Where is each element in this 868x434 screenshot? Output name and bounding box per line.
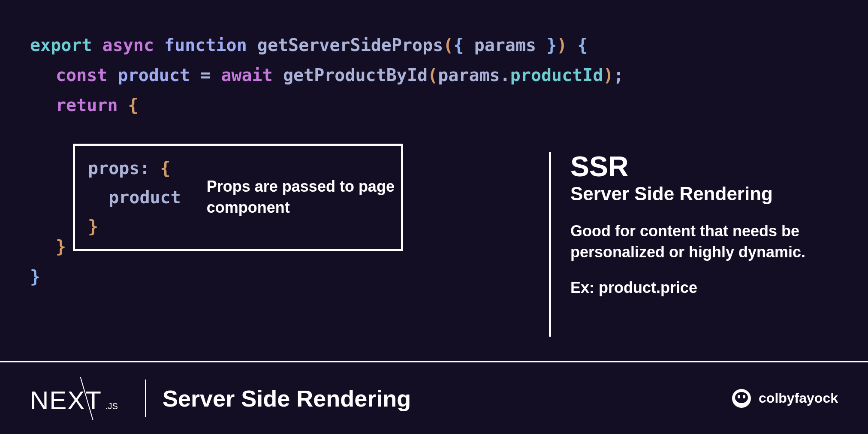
code-line-1: export async function getServerSideProps… <box>30 30 838 60</box>
keyword-const: const <box>56 65 107 85</box>
svg-text:NEXT: NEXT <box>30 386 102 415</box>
fn-body-open: { <box>578 35 588 55</box>
ssr-sidebar: SSR Server Side Rendering Good for conte… <box>549 152 845 337</box>
code-line-2: const product = await getProductById(par… <box>30 60 838 90</box>
props-line-3: } <box>88 212 181 241</box>
keyword-export: export <box>30 35 92 55</box>
return-brace-open: { <box>128 95 139 115</box>
footer: NEXT .JS Server Side Rendering colbyfayo… <box>0 361 868 434</box>
keyword-return: return <box>56 95 118 115</box>
ssr-subheading: Server Side Rendering <box>570 183 845 205</box>
keyword-function: function <box>164 35 247 55</box>
function-name: getServerSideProps <box>257 35 443 55</box>
props-brace-open: { <box>160 158 171 178</box>
ssr-description: Good for content that needs be personali… <box>570 221 845 262</box>
svg-text:.JS: .JS <box>105 401 118 411</box>
ssr-heading: SSR <box>570 152 845 181</box>
svg-point-6 <box>743 395 745 398</box>
nextjs-logo: NEXT .JS <box>30 377 129 420</box>
return-brace-close: } <box>56 237 66 256</box>
props-value: product <box>108 187 181 207</box>
props-key: props <box>88 158 139 178</box>
svg-point-4 <box>735 392 748 403</box>
brace-open: { <box>453 35 464 55</box>
brace-close: } <box>546 35 557 55</box>
semicolon: ; <box>614 65 624 85</box>
svg-point-5 <box>738 395 740 398</box>
call-paren-close: ) <box>603 65 613 85</box>
footer-title: Server Side Rendering <box>163 385 411 412</box>
variable-name: product <box>118 65 190 85</box>
astronaut-icon <box>731 388 752 409</box>
footer-divider <box>145 380 146 417</box>
param-name: params <box>474 35 536 55</box>
props-code: props: { product } <box>75 154 181 241</box>
object-name: params <box>438 65 500 85</box>
fn-body-close: } <box>30 267 40 286</box>
colon: : <box>139 158 150 178</box>
props-brace-close: } <box>88 217 98 236</box>
keyword-async: async <box>102 35 154 55</box>
props-line-2: product <box>88 183 181 212</box>
call-paren-open: ( <box>428 65 438 85</box>
dot-op: . <box>500 65 510 85</box>
keyword-await: await <box>221 65 272 85</box>
ssr-example: Ex: product.price <box>570 279 845 297</box>
credit-name: colbyfayock <box>759 390 838 406</box>
paren-close: ) <box>557 35 567 55</box>
paren-open: ( <box>443 35 453 55</box>
code-line-3: return { <box>30 90 838 120</box>
function-call: getProductById <box>283 65 428 85</box>
nextjs-logo-svg: NEXT .JS <box>30 377 129 420</box>
footer-credit: colbyfayock <box>731 388 838 409</box>
member-access: productId <box>510 65 603 85</box>
props-callout-box: props: { product } Props are passed to p… <box>73 144 403 251</box>
props-line-1: props: { <box>88 154 181 183</box>
props-annotation: Props are passed to page component <box>207 176 401 218</box>
equals-op: = <box>200 65 211 85</box>
